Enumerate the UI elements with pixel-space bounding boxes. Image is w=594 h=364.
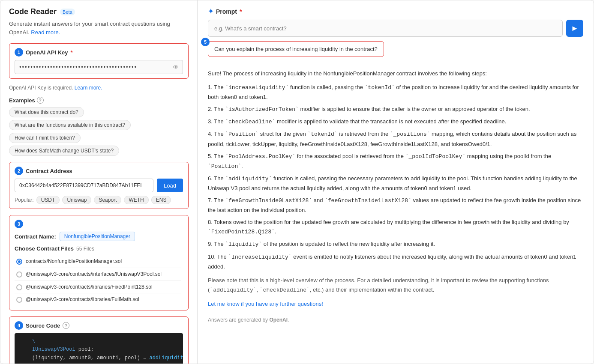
file-item-2: @uniswap/v3-core/contracts/libraries/Fix…: [15, 281, 181, 294]
popular-row: Popular: USDT Uniswap Seaport WETH ENS: [15, 196, 183, 204]
step3-label-row: 3: [15, 220, 23, 228]
source-code-label-row: 4 Source Code ?: [15, 321, 183, 330]
contract-address-section: 2 Contract Address Load Popular: USDT Un…: [9, 162, 189, 209]
response-steps: 1. The `increaseLiquidity` function is c…: [208, 83, 583, 272]
app-title-row: Code Reader Beta: [9, 7, 189, 16]
source-code-block: \ IUniswapV3Pool pool; (liquidity, amoun…: [15, 333, 183, 364]
load-button[interactable]: Load: [157, 179, 183, 192]
files-count: 55 Files: [76, 246, 94, 252]
api-key-note: OpenAI API Key is required. Learn more.: [9, 85, 189, 91]
contract-address-bordered: 2 Contract Address Load Popular: USDT Un…: [9, 162, 189, 209]
api-key-bordered: 1 OpenAI API Key * 👁: [9, 43, 189, 79]
choose-files-header: Choose Contract Files 55 Files: [15, 245, 183, 252]
response-closing: Let me know if you have any further ques…: [208, 299, 583, 309]
examples-label-row: Examples ?: [9, 97, 189, 104]
example-buttons: What does this contract do? What are the…: [9, 107, 189, 156]
popular-label: Popular:: [15, 197, 34, 203]
response-area: Sure! The process of increasing liquidit…: [208, 69, 583, 357]
prompt-label: Prompt: [216, 8, 237, 15]
prompt-input[interactable]: [208, 20, 563, 37]
file-name-1[interactable]: @uniswap/v3-core/contracts/interfaces/IU…: [26, 271, 162, 278]
examples-help-icon[interactable]: ?: [37, 97, 44, 104]
contract-address-label: Contract Address: [26, 168, 72, 174]
app-container: Code Reader Beta Generate instant answer…: [0, 0, 594, 364]
response-step-4: 5. The `PoolAddress.PoolKey` for the ass…: [208, 152, 583, 171]
radio-btn-2[interactable]: [16, 284, 22, 290]
file-item-0: contracts/NonfungiblePositionManager.sol: [15, 255, 181, 268]
active-prompt-wrapper: 5 Can you explain the process of increas…: [208, 41, 583, 63]
file-name-3[interactable]: @uniswap/v3-core/contracts/libraries/Ful…: [26, 296, 139, 303]
answers-note: Answers are generated by OpenAI.: [208, 316, 583, 324]
step1-circle: 1: [15, 48, 23, 57]
response-step-0: 1. The `increaseLiquidity` function is c…: [208, 83, 583, 102]
example-btn-3[interactable]: How does SafeMath change USDT's state?: [9, 146, 119, 156]
contract-input-row: Load: [15, 179, 183, 192]
radio-btn-0[interactable]: [16, 259, 22, 265]
response-step-5: 6. The `addLiquidity` function is called…: [208, 174, 583, 193]
response-step-6: 7. The `feeGrowthInside0LastX128` and `f…: [208, 196, 583, 215]
app-title: Code Reader: [9, 7, 57, 16]
eye-icon[interactable]: 👁: [173, 64, 179, 71]
example-btn-0[interactable]: What does this contract do?: [9, 107, 84, 117]
source-code-help-icon[interactable]: ?: [63, 322, 69, 329]
contract-address-label-row: 2 Contract Address: [15, 167, 72, 175]
examples-label: Examples: [9, 97, 35, 104]
popular-tag-seaport[interactable]: Seaport: [94, 196, 121, 204]
prompt-header: ✦ Prompt *: [208, 7, 583, 15]
left-panel: Code Reader Beta Generate instant answer…: [0, 0, 198, 364]
step4-circle: 4: [15, 321, 23, 330]
api-key-input[interactable]: [15, 60, 183, 74]
api-key-label: OpenAI API Key: [26, 49, 68, 56]
api-key-label-row: 1 OpenAI API Key *: [15, 48, 73, 57]
learn-more-link[interactable]: Learn more.: [75, 85, 102, 91]
contract-name-value: NonfungiblePositionManager: [60, 232, 135, 241]
contract-address-input[interactable]: [15, 179, 153, 192]
contract-name-label: Contract Name:: [15, 233, 56, 240]
prompt-required: *: [240, 8, 242, 15]
file-name-0[interactable]: contracts/NonfungiblePositionManager.sol: [26, 258, 122, 265]
file-item-1: @uniswap/v3-core/contracts/interfaces/IU…: [15, 268, 181, 281]
response-step-9: 10. The `IncreaseLiquidity` event is emi…: [208, 252, 583, 272]
example-btn-2[interactable]: How can I mint this token?: [9, 133, 81, 143]
response-intro: Sure! The process of increasing liquidit…: [208, 69, 583, 78]
file-name-2[interactable]: @uniswap/v3-core/contracts/libraries/Fix…: [26, 283, 153, 291]
radio-btn-3[interactable]: [16, 297, 22, 303]
popular-tag-usdt[interactable]: USDT: [36, 196, 60, 204]
active-prompt-bubble: Can you explain the process of increasin…: [208, 41, 384, 57]
step5-circle: 5: [201, 38, 210, 46]
contract-files-section: 3 Contract Name: NonfungiblePositionMana…: [9, 215, 189, 310]
code-line-0: \: [20, 337, 178, 346]
prompt-icon: ✦: [208, 7, 213, 15]
response-step-7: 8. Tokens owed to the position for the u…: [208, 218, 583, 237]
code-line-1: IUniswapV3Pool pool;: [20, 346, 178, 354]
send-button[interactable]: ►: [566, 20, 583, 37]
app-description: Generate instant answers for your smart …: [9, 20, 189, 36]
source-code-label: Source Code: [26, 322, 60, 329]
main-content: Code Reader Beta Generate instant answer…: [0, 0, 594, 364]
api-key-required: *: [70, 49, 72, 56]
code-line-3: AddLiquidityParams({: [20, 362, 178, 364]
response-step-3: 4. The `Position` struct for the given `…: [208, 129, 583, 149]
source-code-wrapper: 4 Source Code ? \ IUniswapV3Pool pool; (…: [9, 316, 189, 364]
source-code-section: 4 Source Code ? \ IUniswapV3Pool pool; (…: [9, 316, 189, 364]
popular-tag-uniswap[interactable]: Uniswap: [62, 196, 91, 204]
response-step-1: 2. The `isAuthorizedForToken` modifier i…: [208, 104, 583, 114]
step2-circle: 2: [15, 167, 23, 175]
prompt-input-row: ►: [208, 20, 583, 37]
api-key-section: 1 OpenAI API Key * 👁 OpenAI API Key is r…: [9, 43, 189, 91]
read-more-link[interactable]: Read more.: [31, 29, 60, 36]
response-step-8: 9. The `liquidity` of the position is up…: [208, 239, 583, 249]
file-item-3: @uniswap/v3-core/contracts/libraries/Ful…: [15, 293, 181, 306]
radio-btn-1[interactable]: [16, 272, 22, 277]
popular-tag-ens[interactable]: ENS: [151, 196, 171, 204]
api-key-input-row: 👁: [15, 60, 183, 74]
popular-tag-weth[interactable]: WETH: [124, 196, 148, 204]
examples-section: Examples ? What does this contract do? W…: [9, 97, 189, 156]
code-line-2: (liquidity, amount0, amount1, pool) = ad…: [20, 354, 178, 362]
contract-files-wrapper: 3 Contract Name: NonfungiblePositionMana…: [9, 215, 189, 310]
beta-badge: Beta: [60, 9, 75, 15]
response-step-2: 3. The `checkDeadline` modifier is appli…: [208, 117, 583, 127]
example-btn-1[interactable]: What are the functions available in this…: [9, 120, 131, 130]
step3-circle: 3: [15, 220, 23, 228]
response-note: Please note that this is a high-level ov…: [208, 276, 583, 295]
